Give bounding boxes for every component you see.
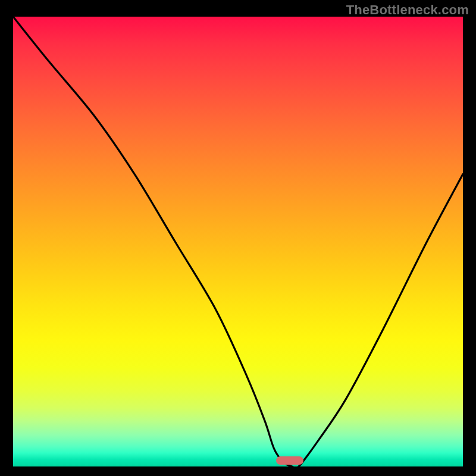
plot-area [13, 17, 463, 466]
chart-root: TheBottleneck.com [0, 0, 476, 476]
bottleneck-curve [13, 17, 463, 466]
attribution-watermark: TheBottleneck.com [346, 2, 469, 18]
optimum-marker [276, 456, 303, 465]
